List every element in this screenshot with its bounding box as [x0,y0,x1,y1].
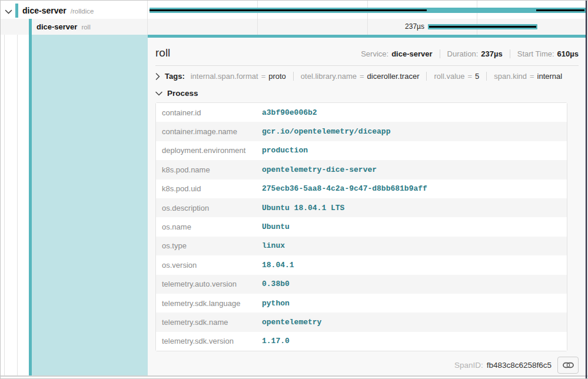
table-row: container.id a3bf90e006b2 [156,103,567,122]
tags-title: Tags: [165,72,185,81]
table-row: k8s.pod.uid 275ecb36-5aa8-4c2a-9c47-d8bb… [156,179,567,198]
meta-item: Duration: 237µs [440,49,503,58]
kv-value: linux [262,241,285,250]
critical-path-segment [536,9,584,11]
tag-key: span.kind [494,72,527,81]
tag-item: internal.span.format = proto [191,72,286,81]
table-row: deployment.environment production [156,141,567,160]
kv-value: 275ecb36-5aa8-4c2a-9c47-d8bb681b9aff [262,184,427,193]
jaeger-trace-view: dice-server/rolldice dice-serverroll 237… [0,0,588,379]
kv-value: 18.04.1 [262,261,294,270]
meta-label: Start Time: [517,49,554,58]
tag-equals: = [530,72,534,81]
spanid-label: SpanID: [454,361,483,370]
table-row: os.name Ubuntu [156,217,567,236]
kv-key: os.type [156,241,262,250]
kv-key: telemetry.sdk.language [156,299,262,308]
copy-span-link-button[interactable] [557,357,579,374]
operation-label: /rolldice [71,8,94,15]
timeline-row-roll: 237µs [148,19,586,35]
span-name-column: dice-server/rolldice dice-serverroll [1,1,148,35]
meta-value: 237µs [481,49,502,58]
tags-accordion[interactable]: Tags: internal.span.format = proto otel.… [155,66,579,84]
kv-value: gcr.io/opentelemetry/diceapp [262,127,390,136]
critical-path-segment [150,9,427,11]
tag-key: otel.library.name [301,72,357,81]
span-service-name[interactable]: dice-server/rolldice [22,6,94,15]
service-label: dice-server [22,6,67,15]
spanid-row: SpanID: fb483c8c6258f6c5 [155,357,579,374]
span-color-bar [15,4,18,18]
tag-value: 5 [475,72,479,81]
tag-item: roll.value = 5 [426,72,479,81]
table-row: telemetry.sdk.language python [156,294,567,312]
tag-value: internal [537,72,563,81]
span-bar-roll[interactable] [428,24,537,29]
span-service-name[interactable]: dice-serverroll [36,22,91,31]
span-detail-panel: roll Service: dice-server Duration: 237µ… [148,38,586,375]
span-operation-title: roll [155,46,170,59]
critical-path-segment [429,26,536,28]
selected-span-tint [32,35,148,375]
span-rows-area: dice-server/rolldice dice-serverroll 237… [1,1,587,35]
kv-value: opentelemetry [262,318,321,327]
detail-left-gutter [1,35,148,375]
table-row: os.version 18.04.1 [156,255,567,274]
tag-key: internal.span.format [191,72,258,81]
table-row: os.description Ubuntu 18.04.1 LTS [156,198,567,217]
right-edge-border [586,1,587,378]
kv-value: Ubuntu 18.04.1 LTS [262,204,344,212]
span-detail-header: roll Service: dice-server Duration: 237µ… [155,38,579,66]
operation-label: roll [81,24,90,31]
kv-key: os.name [156,222,262,231]
table-row: os.type linux [156,237,567,255]
span-duration-label: 237µs [348,22,424,31]
kv-value: a3bf90e006b2 [262,108,317,117]
chevron-right-icon [155,73,160,80]
tags-list: internal.span.format = proto otel.librar… [191,72,563,81]
meta-value: dice-server [391,49,432,58]
indent-guide [17,35,18,375]
tag-value: diceroller.tracer [367,72,420,81]
kv-key: deployment.environment [156,146,262,155]
kv-key: k8s.pod.uid [156,184,262,193]
process-accordion[interactable]: Process [155,84,579,102]
timeline-row-rolldice [148,2,586,19]
span-meta: Service: dice-server Duration: 237µs Sta… [361,49,579,58]
kv-key: os.version [156,261,262,270]
table-row: telemetry.sdk.version 1.17.0 [156,332,567,351]
table-row: container.image.name gcr.io/opentelemetr… [156,122,567,141]
link-icon [563,361,574,369]
kv-key: telemetry.sdk.version [156,337,262,345]
meta-label: Duration: [447,49,479,58]
kv-value: opentelemetry-dice-server [262,165,377,174]
meta-item: Service: dice-server [361,49,432,58]
table-row: telemetry.sdk.name opentelemetry [156,312,567,331]
collapse-children-chevron-icon[interactable] [5,6,14,15]
process-title: Process [167,89,198,98]
kv-key: container.id [156,108,262,117]
tag-value: proto [268,72,286,81]
tag-equals: = [261,72,266,81]
chevron-down-icon [155,91,162,96]
span-bar-rolldice[interactable] [150,8,586,13]
table-row: telemetry.auto.version 0.38b0 [156,275,567,294]
kv-value: production [262,146,308,155]
spanid-value: fb483c8c6258f6c5 [487,361,552,370]
table-row: k8s.pod.name opentelemetry-dice-server [156,160,567,179]
tag-equals: = [360,72,364,81]
tag-key: roll.value [434,72,464,81]
kv-value: 1.17.0 [262,337,290,345]
kv-key: telemetry.sdk.name [156,318,262,327]
kv-key: os.description [156,204,262,212]
process-kv-table: container.id a3bf90e006b2 container.imag… [155,102,567,351]
tag-item: otel.library.name = diceroller.tracer [293,72,420,81]
meta-label: Service: [361,49,388,58]
kv-value: 0.38b0 [262,280,290,288]
kv-key: telemetry.auto.version [156,280,262,288]
meta-item: Start Time: 610µs [510,49,579,58]
meta-value: 610µs [557,49,579,58]
kv-key: k8s.pod.name [156,165,262,174]
kv-key: container.image.name [156,127,262,136]
panel-bottom-border [1,375,587,377]
